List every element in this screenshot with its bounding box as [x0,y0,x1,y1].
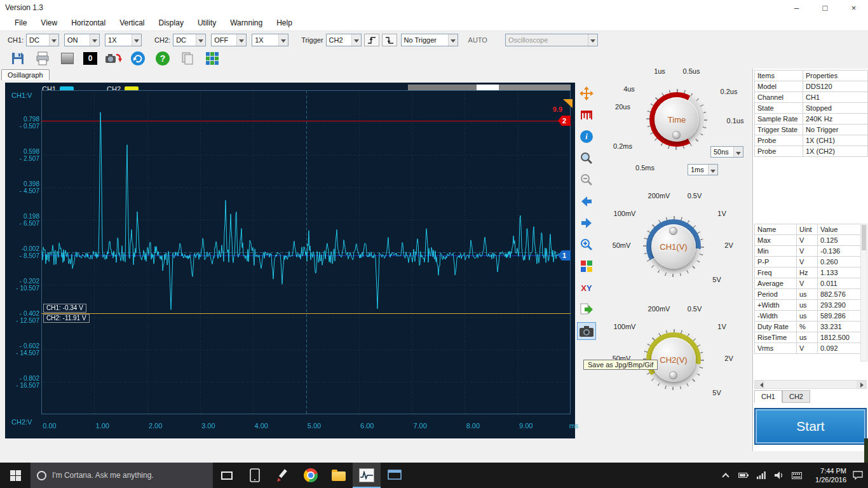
ch1-volts-knob[interactable]: CH1(V) [643,216,704,277]
zoom-window-button[interactable] [577,149,596,167]
scroll-left-button[interactable] [755,381,764,388]
menu-display[interactable]: Display [152,17,191,29]
y-axis-label-pair: -0.002- 8.507 [6,245,39,259]
ruler-icon [580,108,593,122]
taskbar-app-chrome[interactable] [297,463,325,488]
arrow-left-icon [580,194,593,208]
ruler-tool-button[interactable] [577,106,596,124]
ch2-probe-select[interactable]: 1X [252,34,288,46]
ch1-state-select[interactable]: ON [64,34,100,46]
task-view-button[interactable] [213,463,241,488]
chevron-down-icon [196,34,205,46]
menu-utility[interactable]: Utility [191,17,223,29]
copy-button[interactable] [179,50,196,67]
menu-warnning[interactable]: Warnning [223,17,269,29]
scroll-right-button[interactable] [857,381,866,388]
ch1-probe-select[interactable]: 1X [105,34,142,46]
menu-file[interactable]: File [8,17,34,29]
tab-ch1[interactable]: CH1 [754,390,782,403]
taskbar-app-window[interactable] [381,463,409,488]
chevron-down-icon [448,34,458,46]
ch1-coupling-select[interactable]: DC [26,34,59,46]
taskbar-app-oscilloscope[interactable] [353,463,381,488]
time-tick-label: 1us [646,67,674,75]
rising-edge-button[interactable] [364,34,379,46]
properties-header-row: Items Properties [755,71,868,81]
help-button[interactable]: ? [154,50,172,67]
menu-vertical[interactable]: Vertical [112,17,151,29]
arrow-right-icon [580,216,593,230]
ch1-tick-label: 2V [719,241,738,249]
scrollbar-thumb[interactable] [862,225,866,250]
ch1-cursor-readout: CH1: -0.34 V [43,304,86,313]
start-button[interactable]: Start [754,408,867,445]
hidden-icons-button[interactable] [718,463,733,488]
volume-tray-button[interactable] [771,463,787,488]
prev-button[interactable] [577,193,596,210]
measurements-vertical-scrollbar[interactable] [860,224,867,362]
network-tray-button[interactable] [754,463,769,488]
export-icon [580,302,593,316]
refresh-button[interactable] [129,50,147,67]
record-button[interactable] [104,50,122,67]
taskbar-app-stylus[interactable] [269,463,297,488]
taskbar-app-tablet[interactable] [241,463,269,488]
time-tick-label: 0.1us [722,117,749,125]
trigger-position-marker[interactable] [563,99,573,108]
menu-help[interactable]: Help [269,17,299,29]
close-button[interactable]: × [839,0,868,15]
menu-view[interactable]: View [34,17,64,29]
start-menu-button[interactable] [0,463,31,488]
menu-horizontal[interactable]: Horizontal [64,17,112,29]
trigger-mode-select[interactable]: No Trigger [401,34,458,46]
export-button[interactable] [577,301,596,318]
copy-icon [180,51,195,66]
time-tick-label: 20us [610,103,635,111]
info-icon: i [580,130,593,143]
time-fine-select[interactable]: 50ns [710,146,743,158]
maximize-button[interactable]: □ [811,0,839,15]
tab-ch2[interactable]: CH2 [782,390,810,403]
save-button[interactable] [9,50,27,67]
ch2-coupling-select[interactable]: DC [173,34,206,46]
clock-time: 7:44 PM [807,466,846,475]
next-button[interactable] [577,214,596,232]
y-axis-label-pair: - 0.402- 12.507 [6,310,39,324]
ch2-state-select[interactable]: OFF [211,34,247,46]
tab-osillagraph[interactable]: Osillagraph [1,69,50,80]
keyboard-tray-button[interactable] [789,463,804,488]
chevron-down-icon [351,34,361,46]
measurement-row: VrmsV0.092 [755,343,861,354]
action-center-button[interactable] [850,463,865,488]
window-title: Version 1.3 [5,3,43,12]
taskbar-app-explorer[interactable] [325,463,353,488]
y-axis-label-pair: 0.198- 6.507 [6,213,39,227]
timebase-select[interactable]: 1ms [688,164,718,175]
taskbar-clock[interactable]: 7:44 PM 1/26/2016 [807,466,848,484]
print-button[interactable] [34,50,51,67]
properties-header: Properties [803,71,868,81]
measurements-horizontal-scrollbar[interactable] [754,380,867,389]
measurements-header-row: Name Uint Value [755,224,861,235]
measurements-header: Value [818,224,861,235]
time-knob[interactable]: Time [646,89,707,150]
zoom-in-icon [580,238,593,252]
measurements-header: Uint [797,224,818,235]
trigger-source-select[interactable]: CH2 [326,34,362,46]
zoom-out-button[interactable] [577,171,596,189]
waveform-canvas[interactable] [41,90,571,414]
display-mode-button[interactable] [58,50,76,67]
info-button[interactable]: i [577,128,596,146]
save-image-button[interactable] [577,322,596,340]
grid-button[interactable] [203,50,221,67]
properties-header: Items [755,71,803,81]
palette-button[interactable] [577,257,596,275]
battery-tray-button[interactable] [736,463,751,488]
zoom-in-button[interactable] [577,236,596,254]
pan-tool-button[interactable] [577,85,596,102]
falling-edge-button[interactable] [382,34,397,46]
cortana-search[interactable]: I'm Cortana. Ask me anything. [31,463,213,488]
minimize-button[interactable]: – [782,0,811,15]
y-axis-label-pair: - 0.802- 16.507 [6,375,39,389]
xy-mode-button[interactable]: XY [577,279,596,297]
